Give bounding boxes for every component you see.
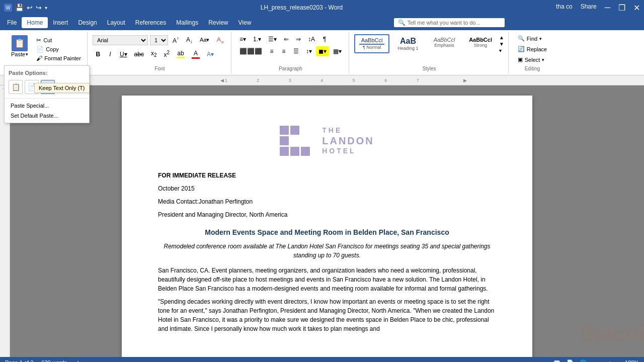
font-label: Font [154,66,165,71]
menu-review[interactable]: Review [203,17,233,28]
justify-button[interactable]: ☰ [290,46,302,56]
style-emphasis-button[interactable]: AaBbCcl Emphasis [427,34,462,53]
borders-button[interactable]: ▦▾ [330,46,345,56]
ribbon-group-font: Arial 11 A↑ A↓ Aa▾ A✕ B I U▾ abc x2 x2 a… [89,32,231,73]
quick-access-toolbar: W 💾 ↩ ↪ ▾ [4,4,47,12]
page-indicator: Page 1 of 2 [5,359,33,363]
styles-scroll-up[interactable]: ▲ [499,35,504,40]
font-size-select[interactable]: 11 [150,35,168,45]
find-icon: 🔍 [518,35,525,42]
minimize-button[interactable]: ─ [605,3,610,13]
shrink-font-button[interactable]: A↓ [184,35,195,46]
search-input[interactable]: Tell me what you want to do... [408,20,480,26]
document-logo: THE LANDON HOTEL [158,126,496,156]
menu-file[interactable]: File [2,17,22,28]
grow-font-button[interactable]: A↑ [170,34,182,46]
zoom-slider[interactable]: ────●─── 100% [593,359,639,362]
italic-button[interactable]: I [105,49,116,59]
align-center-button[interactable]: ≡ [266,46,277,56]
multilevel-button[interactable]: ☰▾ [265,34,280,44]
replace-button[interactable]: 🔄 Replace [515,45,550,53]
superscript-button[interactable]: x2 [160,48,173,60]
cut-icon: ✂ [36,37,41,44]
strikethrough-button[interactable]: abc [131,49,147,59]
select-icon: ▣ [518,56,523,63]
find-button[interactable]: 🔍 Find ▾ [515,34,550,43]
set-default-paste-item[interactable]: Set Default Paste... [5,111,89,121]
subscript-button[interactable]: x2 [148,48,160,59]
line-spacing-button[interactable]: ↕▾ [303,46,315,56]
body-para-1: San Francisco, CA. Event planners, meeti… [158,266,496,293]
paste-option-keep-source[interactable]: 📋 [9,80,23,94]
format-painter-button[interactable]: 🖌 Format Painter [34,54,83,62]
save-button[interactable]: 💾 [15,4,24,12]
release-line: FOR IMMEDIATE RELEASE [158,171,496,180]
align-left-button[interactable]: ⬛⬛⬛ [236,46,265,56]
bullets-button[interactable]: ≡▾ [236,34,249,44]
copy-button[interactable]: 📄 Copy [34,45,83,53]
share-button[interactable]: Share [581,3,597,13]
menu-layout[interactable]: Layout [102,17,130,28]
paste-label: Paste [11,51,25,57]
menu-bar: File Home Insert Design Layout Reference… [0,15,644,30]
editing-label: Editing [525,66,540,71]
styles-label: Styles [422,66,436,71]
select-dropdown[interactable]: ▾ [542,57,544,62]
restore-button[interactable]: ❐ [618,3,625,13]
underline-button[interactable]: U▾ [117,49,130,59]
paste-dropdown-arrow[interactable]: ▾ [26,52,28,57]
document-content: FOR IMMEDIATE RELEASE October 2015 Media… [158,171,496,333]
print-layout-button[interactable]: 📄 [567,359,574,363]
clear-format-button[interactable]: A✕ [214,34,227,46]
increase-indent-button[interactable]: ⇒ [293,34,304,44]
styles-expand[interactable]: ▾ [499,48,504,53]
proofing-icon: ✓ [75,359,79,363]
close-button[interactable]: ✕ [633,3,640,13]
shading-button[interactable]: ◼▾ [316,46,329,56]
font-name-select[interactable]: Arial [93,35,148,45]
show-marks-button[interactable]: ¶ [319,34,330,44]
copy-icon: 📄 [36,46,44,53]
web-layout-button[interactable]: 🌐 [580,359,587,363]
style-normal-button[interactable]: AaBbCcl ¶ Normal [354,34,389,53]
document-canvas[interactable]: THE LANDON HOTEL FOR IMMEDIATE RELEASE O… [10,85,644,357]
contact-line: Media Contact:Jonathan Perfington [158,197,496,206]
paragraph-label: Paragraph [279,66,302,71]
document-area: │ TH [0,85,644,357]
styles-scroll-down[interactable]: ▼ [499,41,504,47]
date-line: October 2015 [158,184,496,193]
font-color-button[interactable]: A [189,48,203,60]
ribbon-group-editing: 🔍 Find ▾ 🔄 Replace ▣ Select ▾ Editing [510,32,555,73]
text-effect-button[interactable]: A▾ [204,49,217,59]
align-right-button[interactable]: ≡ [278,46,289,56]
text-highlight-button[interactable]: ab [174,48,188,60]
paste-special-item[interactable]: Paste Special... [5,101,89,111]
undo-button[interactable]: ↩ [27,4,33,12]
menu-design[interactable]: Design [73,17,102,28]
change-case-button[interactable]: Aa▾ [197,35,212,45]
select-button[interactable]: ▣ Select ▾ [515,55,550,64]
find-dropdown[interactable]: ▾ [539,36,542,41]
contact-title-line: President and Managing Director, North A… [158,210,496,219]
style-strong-button[interactable]: AaBbCcl Strong [463,34,498,53]
numbering-button[interactable]: 1.▾ [250,34,264,44]
style-heading1-button[interactable]: AaB Heading 1 [390,34,426,53]
cut-button[interactable]: ✂ Cut [34,36,83,44]
title-bar: W 💾 ↩ ↪ ▾ LH_press_release0203 - Word th… [0,0,644,15]
paste-button[interactable]: 📋 Paste ▾ [8,34,31,58]
menu-view[interactable]: View [233,17,257,28]
left-sidebar: │ [0,85,10,357]
article-heading: Modern Events Space and Meeting Room in … [158,227,496,238]
menu-references[interactable]: References [130,17,171,28]
read-mode-button[interactable]: 📖 [553,359,560,363]
ribbon-group-paragraph: ≡▾ 1.▾ ☰▾ ⇐ ⇒ ↕A ¶ ⬛⬛⬛ ≡ ≡ ☰ ↕▾ ◼▾ ▦▾ Pa… [232,32,349,73]
replace-icon: 🔄 [518,46,525,52]
sort-button[interactable]: ↕A [305,34,318,44]
bold-button[interactable]: B [93,49,104,59]
decrease-indent-button[interactable]: ⇐ [281,34,292,44]
redo-button[interactable]: ↪ [36,4,42,12]
word-icon: W [4,4,12,12]
menu-insert[interactable]: Insert [48,17,73,28]
menu-home[interactable]: Home [22,17,48,28]
menu-mailings[interactable]: Mailings [171,17,203,28]
